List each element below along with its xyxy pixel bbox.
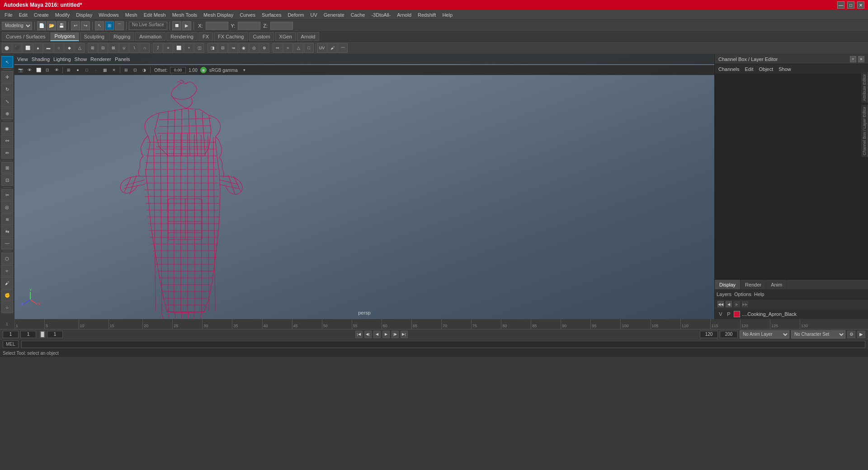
tab-fx[interactable]: FX [198,32,213,41]
pyramid-button[interactable]: △ [75,43,85,53]
tab-arnold[interactable]: Arnold [297,32,320,41]
menu-generate[interactable]: Generate [321,11,347,19]
viewport-menu-view[interactable]: View [17,56,28,62]
vp-ao-button[interactable]: ◑ [140,66,148,74]
x-field[interactable] [206,22,228,30]
crease-tool-button[interactable]: 〰 [1,238,13,249]
tab-polygons[interactable]: Polygons [50,32,79,41]
menu-surfaces[interactable]: Surfaces [259,11,284,19]
next-key-button[interactable]: |▶ [392,331,399,338]
menu-create[interactable]: Create [31,11,52,19]
cb-menu-object[interactable]: Object [759,66,773,72]
maximize-button[interactable]: □ [847,1,854,9]
end-frame-indicator[interactable] [47,331,63,338]
rotate-tool-button[interactable]: ↻ [1,83,13,95]
tab-sculpting[interactable]: Sculpting [80,32,108,41]
layer-prev-button[interactable]: ◀◀ [717,301,724,307]
append-button[interactable]: + [184,43,194,53]
layer-end-button[interactable]: ▶▶ [742,301,748,307]
duplicate-face-button[interactable]: ◫ [194,43,204,53]
vp-grid-button[interactable]: ⊞ [122,66,130,74]
vp-texture-button[interactable]: ▦ [101,66,109,74]
vp-gamma-circle[interactable]: ◉ [200,67,207,73]
anim-settings-button[interactable]: ⚙ [847,331,855,338]
loop-cut-button[interactable]: ⊟ [218,43,228,53]
tab-xgen[interactable]: XGen [275,32,296,41]
menu-mesh-tools[interactable]: Mesh Tools [170,11,200,19]
cone-button[interactable]: ▲ [33,43,43,53]
current-frame-field[interactable] [20,331,36,338]
rivet-button[interactable]: ⬡ [1,253,13,264]
viewport-menu-lighting[interactable]: Lighting [53,56,71,62]
relax-button[interactable]: ≋ [1,213,13,225]
minimize-button[interactable]: — [837,1,844,9]
combine-button[interactable]: ⊞ [88,43,98,53]
undo-button[interactable]: ↩ [71,21,80,30]
cb-menu-show[interactable]: Show [778,66,791,72]
cb-menu-edit[interactable]: Edit [745,66,753,72]
soft-select-button[interactable]: ◉ [1,122,13,134]
extrude-button[interactable]: ⤴ [153,43,163,53]
cb-menu-channels[interactable]: Channels [718,66,739,72]
menu-modify[interactable]: Modify [52,11,72,19]
universal-tool-button[interactable]: ⊕ [1,108,13,119]
render-button[interactable]: 🔲 [172,21,181,30]
menu-deform[interactable]: Deform [285,11,307,19]
collapse-button[interactable]: ◉ [239,43,249,53]
close-button[interactable]: ✕ [857,1,864,9]
relax-sculpt-button[interactable]: ○ [1,301,13,313]
vp-look-through-button[interactable]: 👁 [25,66,33,74]
vp-frame-button[interactable]: ⬜ [34,66,42,74]
y-field[interactable] [238,22,260,30]
quadrangulate-button[interactable]: □ [304,43,314,53]
vp-visibility-button[interactable]: 👁 [52,66,61,74]
paint-sel-button[interactable]: 🖌 [327,43,337,53]
go-to-start-button[interactable]: |◀ [355,331,363,338]
triangulate-button[interactable]: △ [293,43,303,53]
render-all-button[interactable]: ▶ [182,21,191,30]
menu-help[interactable]: Help [439,11,455,19]
menu-mesh[interactable]: Mesh [123,11,140,19]
attribute-editor-tab[interactable]: Attribute Editor [861,72,868,103]
layers-menu-help[interactable]: Help [754,291,764,297]
open-scene-button[interactable]: 📂 [47,21,56,30]
redo-button[interactable]: ↪ [81,21,90,30]
playback-start-field[interactable] [700,331,718,338]
boolean-intersect-button[interactable]: ∩ [140,43,150,53]
move-tool-button[interactable]: ✛ [1,71,13,83]
extract-button[interactable]: ⊠ [108,43,118,53]
channel-box-close-button[interactable]: ✕ [858,56,864,62]
separate-button[interactable]: ⊟ [98,43,108,53]
multi-cut-button[interactable]: ✂ [1,189,13,201]
menu-uv[interactable]: UV [307,11,320,19]
menu-redshift[interactable]: Redshift [415,11,439,19]
playback-end-field[interactable] [720,331,738,338]
insert-edge-loop-button[interactable]: ≔ [228,43,238,53]
go-to-end-button[interactable]: ▶| [401,331,408,338]
menu-curves[interactable]: Curves [237,11,258,19]
layer-pickable[interactable]: P [726,311,732,317]
layer-color-swatch[interactable] [734,311,740,317]
gamma-dropdown-button[interactable]: ▾ [241,66,249,74]
tab-rendering[interactable]: Rendering [166,32,198,41]
vp-wireframe-button[interactable]: ⊞ [65,66,73,74]
merge-button[interactable]: ⊕ [259,43,269,53]
lasso-tool-button[interactable]: ⚯ [1,135,13,146]
vp-hud-button[interactable]: ⊡ [131,66,139,74]
cylinder-button[interactable]: ⬜ [23,43,33,53]
sculpt-button[interactable]: 🖌 [1,277,13,289]
tab-fx-caching[interactable]: FX Caching [214,32,248,41]
mel-input[interactable] [21,341,865,348]
window-controls[interactable]: — □ ✕ [837,1,864,9]
workspace-selector[interactable]: Modeling [2,22,32,30]
bridge-button[interactable]: ≡ [163,43,173,53]
start-frame-field[interactable] [3,331,19,338]
show-manipulator-button[interactable]: ⊞ [1,162,13,174]
viewport-menu-show[interactable]: Show [75,56,87,62]
layers-menu-options[interactable]: Options [734,291,751,297]
smooth-button[interactable]: ≈ [283,43,293,53]
target-weld-button[interactable]: ◎ [1,201,13,213]
vp-lighting-btn[interactable]: ☀ [110,66,118,74]
prev-key-button[interactable]: ◀| [364,331,372,338]
boolean-diff-button[interactable]: ∖ [129,43,139,53]
